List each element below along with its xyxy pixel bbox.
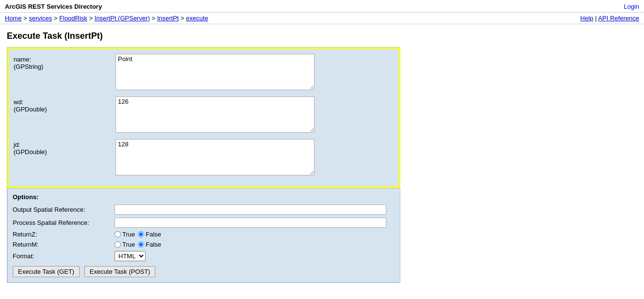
process-spatial-ref-label: Process Spatial Reference: (13, 219, 115, 226)
returnm-radio-group: True False (115, 241, 161, 248)
output-spatial-ref-input-wrap (115, 205, 386, 215)
returnz-false-label[interactable]: False (138, 231, 161, 238)
returnm-false-radio[interactable] (138, 241, 144, 248)
breadcrumb-insertpt-gpserver[interactable]: InsertPt (GPServer) (95, 15, 150, 22)
login-link[interactable]: Login (624, 3, 639, 10)
breadcrumb-insertpt[interactable]: InsertPt (157, 15, 179, 22)
execute-get-button[interactable]: Execute Task (GET) (13, 266, 80, 277)
main-content: Execute Task (InsertPt) name: (GPString)… (0, 24, 644, 290)
param-label-wd: wd: (GPDouble) (14, 96, 116, 113)
api-reference-link[interactable]: API Reference (598, 15, 639, 22)
options-title: Options: (13, 193, 395, 201)
returnz-radio-group: True False (115, 231, 161, 238)
param-row-name: name: (GPString) Point (14, 54, 394, 92)
format-row: Format: HTML JSON AMF KMZL (13, 251, 395, 261)
param-input-jd: 128 (116, 139, 314, 177)
button-row: Execute Task (GET) Execute Task (POST) (13, 266, 395, 277)
returnz-true-radio[interactable] (115, 231, 121, 237)
page-title: Execute Task (InsertPt) (7, 31, 637, 41)
process-spatial-ref-input[interactable] (115, 218, 386, 228)
returnm-false-label[interactable]: False (138, 241, 161, 248)
breadcrumb: Home > services > FloodRisk > InsertPt (… (5, 15, 208, 22)
login-anchor[interactable]: Login (624, 3, 639, 10)
help-link[interactable]: Help (580, 15, 594, 22)
form-container: name: (GPString) Point wd: (GPDouble) 12… (7, 47, 400, 283)
params-section: name: (GPString) Point wd: (GPDouble) 12… (7, 47, 400, 188)
breadcrumb-home[interactable]: Home (5, 15, 22, 22)
param-row-jd: jd: (GPDouble) 128 (14, 139, 394, 177)
breadcrumb-execute[interactable]: execute (186, 15, 208, 22)
returnm-true-radio[interactable] (115, 241, 121, 248)
process-spatial-ref-input-wrap (115, 218, 386, 228)
returnz-true-label[interactable]: True (115, 231, 135, 238)
output-spatial-ref-row: Output Spatial Reference: (13, 205, 395, 215)
wd-textarea[interactable]: 126 (116, 96, 314, 133)
returnm-true-label[interactable]: True (115, 241, 135, 248)
options-section: Options: Output Spatial Reference: Proce… (7, 188, 400, 283)
returnm-label: ReturnM: (13, 241, 115, 248)
process-spatial-ref-row: Process Spatial Reference: (13, 218, 395, 228)
name-textarea[interactable]: Point (116, 54, 314, 90)
returnz-label: ReturnZ: (13, 231, 115, 238)
format-select[interactable]: HTML JSON AMF KMZL (115, 251, 146, 261)
returnm-row: ReturnM: True False (13, 241, 395, 248)
param-input-wd: 126 (116, 96, 314, 134)
format-label: Format: (13, 252, 115, 260)
output-spatial-ref-label: Output Spatial Reference: (13, 206, 115, 213)
returnz-row: ReturnZ: True False (13, 231, 395, 238)
param-input-name: Point (116, 54, 314, 92)
app-title: ArcGIS REST Services Directory (5, 3, 102, 10)
breadcrumb-floodrisk[interactable]: FloodRisk (59, 15, 87, 22)
returnz-false-radio[interactable] (138, 231, 144, 237)
param-label-name: name: (GPString) (14, 54, 116, 70)
top-bar: ArcGIS REST Services Directory Login (0, 0, 644, 13)
help-links: Help | API Reference (580, 15, 639, 22)
breadcrumb-services[interactable]: services (29, 15, 52, 22)
execute-post-button[interactable]: Execute Task (POST) (84, 266, 156, 277)
jd-textarea[interactable]: 128 (116, 139, 314, 175)
param-label-jd: jd: (GPDouble) (14, 139, 116, 156)
param-row-wd: wd: (GPDouble) 126 (14, 96, 394, 134)
breadcrumb-bar: Home > services > FloodRisk > InsertPt (… (0, 13, 644, 24)
output-spatial-ref-input[interactable] (115, 205, 386, 215)
